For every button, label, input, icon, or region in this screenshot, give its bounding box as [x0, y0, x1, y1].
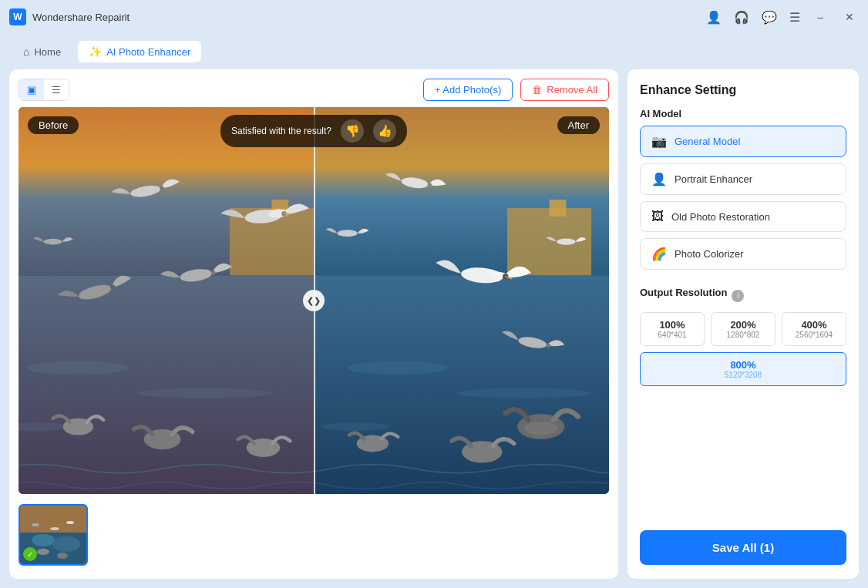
- res-100-pct: 100%: [644, 319, 701, 331]
- view-toggle: ▣ ☰: [19, 79, 69, 101]
- svg-point-49: [37, 549, 49, 555]
- resolution-grid: 100% 640*401 200% 1280*802 400% 2560*160…: [640, 312, 846, 346]
- home-tab-label: Home: [34, 46, 61, 58]
- res-800-pct: 800%: [644, 359, 843, 371]
- svg-point-50: [57, 553, 68, 559]
- titlebar-left: W Wondershare Repairit: [9, 8, 130, 25]
- close-button[interactable]: ✕: [840, 9, 859, 25]
- svg-point-7: [137, 388, 272, 398]
- resolution-label: Output Resolution: [640, 287, 727, 298]
- colorizer-icon: 🌈: [651, 247, 667, 261]
- app-icon: W: [9, 8, 26, 25]
- left-panel: ▣ ☰ + Add Photo(s) 🗑 Remove All Before A…: [9, 69, 618, 579]
- feedback-bar: Satisfied with the result? 👎 👍: [220, 115, 407, 147]
- chat-icon[interactable]: 💬: [762, 10, 777, 25]
- app-title: Wondershare Repairit: [32, 12, 130, 23]
- svg-point-46: [50, 527, 59, 530]
- minimize-button[interactable]: –: [812, 9, 828, 25]
- svg-point-14: [457, 388, 592, 398]
- resolution-100[interactable]: 100% 640*401: [640, 312, 705, 346]
- info-icon[interactable]: i: [732, 290, 744, 302]
- svg-point-35: [43, 239, 62, 245]
- res-400-dim: 2560*1604: [786, 331, 843, 339]
- remove-all-label: Remove All: [547, 84, 597, 96]
- after-label: After: [557, 116, 600, 134]
- svg-rect-10: [314, 275, 609, 494]
- thumbnail-strip: ✓: [19, 500, 609, 570]
- svg-point-13: [348, 361, 449, 375]
- svg-point-6: [28, 361, 129, 375]
- grid-view-button[interactable]: ▣: [19, 79, 44, 100]
- svg-point-45: [52, 536, 80, 552]
- feedback-text: Satisfied with the result?: [231, 126, 331, 136]
- res-800-dim: 5120*3208: [644, 371, 843, 379]
- svg-point-41: [524, 422, 558, 435]
- headphone-icon[interactable]: 🎧: [734, 10, 749, 25]
- portrait-enhancer-icon: 👤: [651, 172, 667, 186]
- ai-photo-enhancer-tab-label: AI Photo Enhancer: [106, 46, 190, 58]
- model-general-label: General Model: [675, 136, 740, 147]
- svg-point-15: [322, 422, 389, 431]
- svg-point-48: [66, 521, 74, 524]
- add-photos-button[interactable]: + Add Photo(s): [423, 79, 513, 101]
- svg-rect-12: [550, 200, 567, 217]
- res-200-pct: 200%: [715, 319, 772, 331]
- home-icon: ⌂: [23, 45, 29, 58]
- image-area: Before After Satisfied with the result? …: [19, 107, 609, 494]
- svg-point-47: [32, 523, 39, 526]
- menu-icon[interactable]: ☰: [789, 10, 800, 25]
- main-content: ▣ ☰ + Add Photo(s) 🗑 Remove All Before A…: [0, 69, 868, 588]
- divider-handle-icon: ❮❯: [307, 296, 321, 306]
- res-200-dim: 1280*802: [715, 331, 772, 339]
- svg-point-44: [32, 534, 55, 546]
- panel-title: Enhance Setting: [640, 83, 846, 97]
- thumbnail-item[interactable]: ✓: [19, 504, 88, 566]
- model-colorizer[interactable]: 🌈 Photo Colorizer: [640, 238, 846, 270]
- res-100-dim: 640*401: [644, 331, 701, 339]
- old-photo-icon: 🖼: [651, 210, 664, 223]
- model-old-photo-label: Old Photo Restoration: [671, 211, 770, 223]
- svg-point-36: [338, 230, 358, 237]
- resolution-label-row: Output Resolution i: [640, 287, 846, 304]
- model-colorizer-label: Photo Colorizer: [675, 248, 744, 260]
- model-portrait[interactable]: 👤 Portrait Enhancer: [640, 163, 846, 195]
- right-panel: Enhance Setting AI Model 📷 General Model…: [627, 69, 859, 579]
- model-general[interactable]: 📷 General Model: [640, 126, 846, 157]
- thumbs-down-button[interactable]: 👎: [341, 119, 364, 143]
- account-icon[interactable]: 👤: [706, 10, 722, 25]
- list-view-button[interactable]: ☰: [44, 79, 69, 100]
- ai-photo-enhancer-tab[interactable]: ✨ AI Photo Enhancer: [78, 41, 201, 62]
- ai-model-label: AI Model: [640, 108, 846, 119]
- thumbs-up-button[interactable]: 👍: [373, 119, 396, 143]
- ai-model-section: AI Model 📷 General Model 👤 Portrait Enha…: [640, 108, 846, 276]
- navbar: ⌂ Home ✨ AI Photo Enhancer: [0, 34, 868, 69]
- general-model-icon: 📷: [651, 134, 667, 149]
- resolution-section: Output Resolution i 100% 640*401 200% 12…: [640, 287, 846, 386]
- titlebar: W Wondershare Repairit 👤 🎧 💬 ☰ – ✕: [0, 0, 868, 34]
- titlebar-right: 👤 🎧 💬 ☰ – ✕: [706, 9, 859, 25]
- resolution-200[interactable]: 200% 1280*802: [711, 312, 775, 346]
- svg-point-37: [557, 239, 576, 245]
- svg-rect-3: [19, 275, 314, 494]
- home-tab[interactable]: ⌂ Home: [12, 41, 72, 62]
- remove-all-button[interactable]: 🗑 Remove All: [520, 79, 609, 101]
- ai-enhancer-icon: ✨: [89, 45, 102, 58]
- save-all-button[interactable]: Save All (1): [640, 530, 846, 565]
- resolution-400[interactable]: 400% 2560*1604: [782, 312, 846, 346]
- toolbar: ▣ ☰ + Add Photo(s) 🗑 Remove All: [19, 79, 609, 101]
- resolution-800[interactable]: 800% 5120*3208: [640, 352, 846, 386]
- model-old-photo[interactable]: 🖼 Old Photo Restoration: [640, 201, 846, 232]
- res-400-pct: 400%: [786, 319, 843, 331]
- trash-icon: 🗑: [532, 84, 542, 96]
- thumbnail-check-icon: ✓: [23, 547, 37, 561]
- divider-handle[interactable]: ❮❯: [303, 290, 325, 311]
- model-portrait-label: Portrait Enhancer: [675, 173, 752, 185]
- before-label: Before: [28, 116, 79, 134]
